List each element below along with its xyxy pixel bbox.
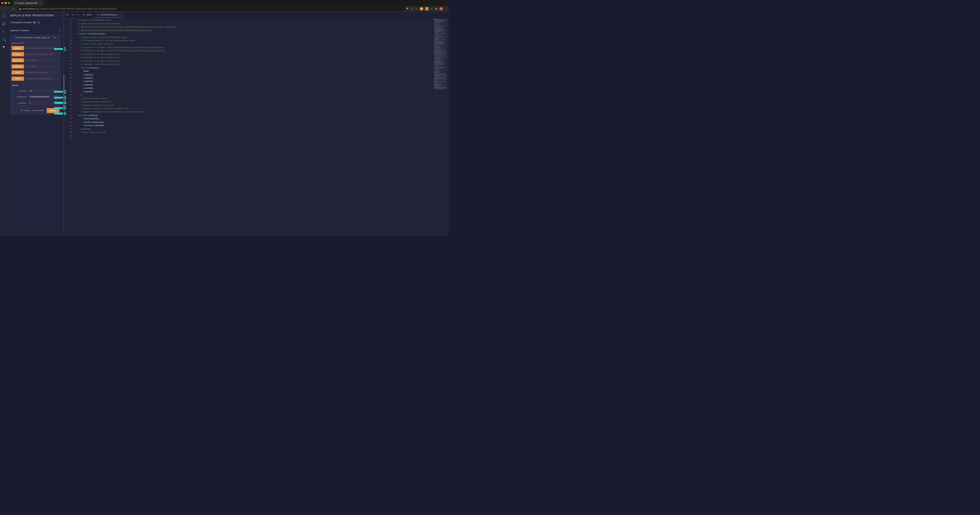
chevron-down-icon[interactable]: ⌄ <box>57 59 59 62</box>
tab-title: Remix - Ethereum IDE <box>18 2 37 4</box>
maximize-window[interactable] <box>8 2 10 4</box>
fn-input-removeOt[interactable] <box>25 52 56 56</box>
chevron-right-icon[interactable]: › <box>60 14 61 17</box>
window-controls <box>2 2 10 4</box>
url-bar[interactable]: 🔒 remix.ethereum.org/#optimize=false&run… <box>17 6 405 11</box>
tab-overflow-icon[interactable]: ⌄ <box>445 2 447 5</box>
tab-view-icon[interactable]: ▣ <box>435 8 438 10</box>
deployed-contracts-label: Deployed Contracts <box>10 29 29 32</box>
code-editor[interactable]: 1213141516171819202122232425262728293031… <box>64 18 449 236</box>
chevron-down-icon[interactable]: ⌄ <box>57 47 59 49</box>
brave-shield-icon[interactable] <box>439 7 443 10</box>
new-tab-button[interactable]: + <box>45 2 47 5</box>
chevron-down-icon[interactable]: ⌄ <box>57 65 59 68</box>
run-script-button[interactable]: ▶ <box>64 12 71 17</box>
param-label: voteAmount: <box>11 96 26 98</box>
chevron-down-icon[interactable]: ⌄ <box>57 53 59 56</box>
close-tab-icon[interactable]: × <box>40 2 41 5</box>
menu-icon[interactable]: ⋮ <box>445 8 447 10</box>
share-icon[interactable]: ⇪ <box>411 8 414 10</box>
fn-input-unlock[interactable] <box>25 70 56 75</box>
remix-logo[interactable] <box>2 14 6 18</box>
address-bar: ← → ⟳ 🔒 remix.ethereum.org/#optimize=fal… <box>0 6 449 12</box>
zoom-out-icon[interactable]: ⊖ <box>76 12 81 17</box>
url-path: /#optimize=false&runs=200&evmVersion=nul… <box>40 8 117 10</box>
param-input-conviction[interactable] <box>28 101 59 105</box>
editor-area: ▶ ⊕ ⊖ Home ConvictionVoting.sol × ↔ 1213… <box>64 12 449 236</box>
panel-title: DEPLOY & RUN TRANSACTIONS <box>10 14 54 17</box>
remove-contract-icon[interactable]: × <box>57 36 59 40</box>
home-icon <box>83 14 85 16</box>
chevron-down-icon[interactable]: ⌄ <box>57 78 59 80</box>
minimap[interactable] <box>434 19 447 89</box>
minimize-window[interactable] <box>5 2 6 4</box>
solidity-file-icon <box>97 14 99 16</box>
fn-button-removeOt[interactable]: removeOt... <box>11 52 24 56</box>
chevron-down-icon[interactable]: ⌄ <box>57 71 59 74</box>
line-number-gutter: 1213141516171819202122232425262728293031… <box>64 18 74 236</box>
forward-button[interactable]: → <box>6 7 11 11</box>
deployed-contract-card: ⌄ CONVICTIONVOTING AT 0X000...00812 (B ×… <box>10 35 61 115</box>
trash-icon[interactable] <box>59 29 61 32</box>
copy-address-icon[interactable] <box>54 36 56 40</box>
solidity-compiler-icon[interactable] <box>2 37 6 41</box>
deploy-run-icon[interactable] <box>2 45 6 49</box>
fn-input-undelegate[interactable] <box>25 64 56 68</box>
panel-header: DEPLOY & RUN TRANSACTIONS ✓ › <box>8 12 64 19</box>
extension-icon-1[interactable] <box>420 7 423 10</box>
param-input-voteAmount[interactable] <box>28 95 59 99</box>
fn-row-voteNo: voteNo⌄ <box>10 76 61 82</box>
fn-button-undelegate[interactable]: undelegate <box>11 64 24 68</box>
side-panel: DEPLOY & RUN TRANSACTIONS ✓ › Transactio… <box>8 12 64 236</box>
transact-button[interactable]: transact <box>47 108 59 113</box>
browser-tab-remix[interactable]: Remix - Ethereum IDE × <box>13 0 43 6</box>
expand-contract-icon[interactable]: ⌄ <box>11 37 13 39</box>
bookmark-icon[interactable]: ☆ <box>415 8 418 10</box>
code-lines[interactable]: /// @author The Moonbeam Team/// @title … <box>78 18 449 236</box>
param-row-voteAmount: voteAmount: <box>11 94 59 100</box>
reload-button[interactable]: ⟳ <box>11 7 16 11</box>
fn-button-delegate[interactable]: delegate <box>11 46 24 50</box>
fn-row-removeOt: removeOt...⌄ <box>10 51 61 57</box>
favicon <box>15 2 17 4</box>
expanded-fn-name: voteYes <box>11 84 18 86</box>
fn-button-voteNo[interactable]: voteNo <box>11 76 24 81</box>
chevron-right-icon[interactable]: › <box>60 21 61 24</box>
compile-success-dot <box>5 40 6 41</box>
svg-point-3 <box>3 30 5 32</box>
browser-tab-bar: Remix - Ethereum IDE × + ⌄ <box>0 0 449 6</box>
search-icon[interactable] <box>2 29 6 34</box>
close-window[interactable] <box>2 2 3 4</box>
param-row-conviction: conviction: <box>11 100 59 106</box>
url-host: remix.ethereum.org <box>22 8 39 10</box>
tab-home[interactable]: Home <box>81 12 94 17</box>
back-button[interactable]: ← <box>2 7 6 11</box>
fn-input-removeVote[interactable] <box>25 58 56 62</box>
metamask-extension-icon[interactable] <box>425 7 428 10</box>
editor-tab-bar: ▶ ⊕ ⊖ Home ConvictionVoting.sol × <box>64 12 449 17</box>
contract-name: CONVICTIONVOTING AT 0X000...00812 (B <box>15 37 52 38</box>
transactions-recorded-header[interactable]: Transactions recorded 0 i › <box>10 20 61 25</box>
copy-calldata-button[interactable]: Calldata <box>21 110 30 111</box>
param-input-pollIndex[interactable] <box>28 89 59 93</box>
chevron-up-icon[interactable]: ⌃ <box>57 84 59 87</box>
close-tab-icon[interactable]: × <box>120 14 121 16</box>
fn-input-delegate[interactable] <box>25 46 56 50</box>
extensions-icon[interactable]: ✦ <box>430 8 433 10</box>
svg-point-0 <box>3 15 5 16</box>
lock-icon: 🔒 <box>19 8 21 10</box>
copy-parameters-button[interactable]: Parameters <box>32 110 44 111</box>
contract-balance: Balance: 0 ETH <box>10 41 61 45</box>
fn-button-removeVote[interactable]: removeVote <box>11 58 24 62</box>
fn-row-removeVote: removeVote⌄ <box>10 57 61 64</box>
check-icon: ✓ <box>57 14 59 17</box>
tab-convictionvoting[interactable]: ConvictionVoting.sol × <box>94 12 124 17</box>
zoom-indicator-icon[interactable]: 🔍 <box>406 8 409 10</box>
fn-input-voteNo[interactable] <box>25 76 56 81</box>
fn-row-delegate: delegate⌄ <box>10 45 61 51</box>
transactions-count-badge: 0 <box>33 21 36 24</box>
fn-button-unlock[interactable]: unlock <box>11 70 24 75</box>
info-icon[interactable]: i <box>37 21 40 24</box>
file-explorer-icon[interactable] <box>2 21 6 26</box>
zoom-in-icon[interactable]: ⊕ <box>71 12 75 17</box>
